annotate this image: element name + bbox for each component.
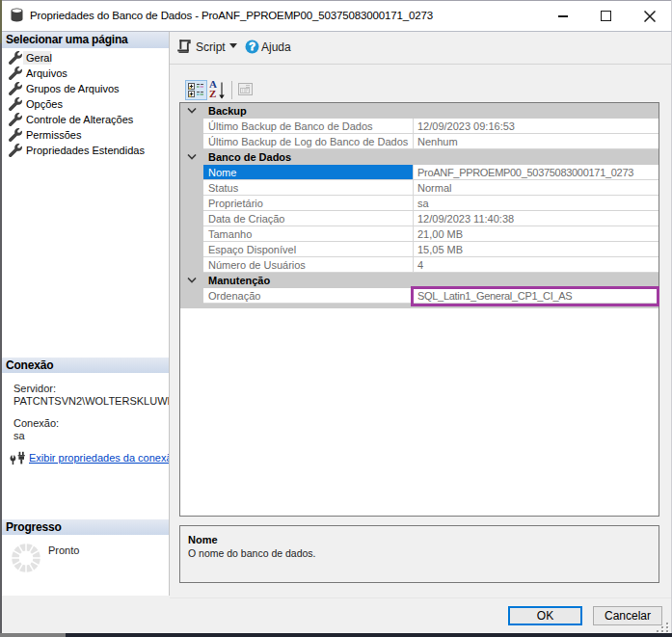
svg-text:?: ?	[249, 40, 255, 52]
